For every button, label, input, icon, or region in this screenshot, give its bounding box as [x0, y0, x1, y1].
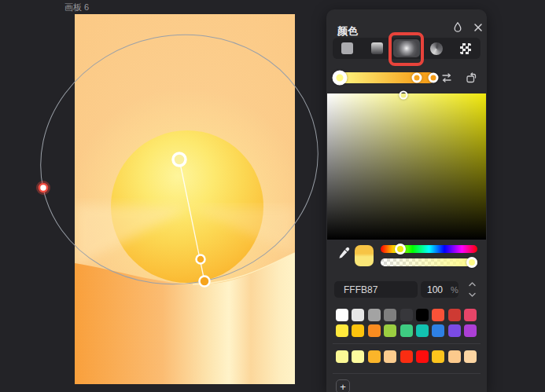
rotate-icon[interactable]	[464, 71, 478, 85]
color-swatch[interactable]	[432, 350, 444, 363]
color-swatch[interactable]	[464, 350, 477, 363]
color-swatch[interactable]	[368, 350, 381, 363]
color-swatch[interactable]	[336, 324, 348, 337]
artboard[interactable]	[75, 14, 295, 384]
default-swatch-row-2	[336, 324, 477, 337]
panel-title: 颜色	[337, 24, 358, 38]
fill-type-linear[interactable]	[363, 38, 392, 59]
opacity-stepper[interactable]	[466, 282, 477, 297]
color-swatch[interactable]	[384, 350, 396, 363]
fill-type-angular[interactable]	[422, 38, 451, 59]
color-swatch[interactable]	[400, 350, 413, 363]
saturation-value-field[interactable]	[327, 93, 486, 240]
blend-droplet-icon[interactable]	[450, 20, 466, 35]
color-swatch[interactable]	[448, 309, 461, 321]
add-swatch-button[interactable]: +	[336, 379, 350, 392]
color-swatch[interactable]	[400, 324, 413, 337]
color-swatch[interactable]	[416, 350, 429, 363]
color-swatch[interactable]	[336, 350, 348, 363]
angular-fill-icon	[430, 42, 443, 55]
opacity-cursor[interactable]	[466, 257, 477, 268]
color-swatch[interactable]	[368, 309, 381, 321]
color-swatch[interactable]	[464, 324, 477, 337]
color-swatch[interactable]	[352, 324, 364, 337]
hue-slider[interactable]	[381, 245, 477, 253]
color-swatch[interactable]	[400, 309, 413, 321]
opacity-input[interactable]	[421, 284, 449, 296]
color-swatch[interactable]	[416, 324, 429, 337]
gradient-stop[interactable]	[429, 73, 439, 83]
canvas-area[interactable]: 画板 6	[0, 0, 545, 392]
color-swatch[interactable]	[416, 309, 429, 321]
hue-cursor[interactable]	[395, 244, 406, 255]
divider	[333, 343, 481, 344]
pattern-fill-icon	[460, 43, 471, 54]
gradient-stop[interactable]	[411, 73, 422, 83]
chevron-down-icon[interactable]	[469, 292, 476, 297]
color-swatch[interactable]	[432, 309, 444, 321]
color-swatch[interactable]	[384, 309, 396, 321]
color-swatch[interactable]	[336, 309, 348, 321]
color-swatch[interactable]	[448, 324, 461, 337]
gradient-stop[interactable]	[333, 71, 348, 86]
color-swatch[interactable]	[448, 350, 461, 363]
current-color-preview[interactable]	[355, 245, 374, 266]
hex-field-wrap	[334, 281, 418, 298]
artboard-label[interactable]: 画板 6	[64, 2, 89, 13]
divider	[333, 373, 481, 374]
opacity-slider[interactable]	[381, 258, 477, 266]
sv-cursor[interactable]	[400, 91, 408, 100]
fill-type-image[interactable]	[451, 38, 481, 59]
opacity-fade	[381, 258, 477, 266]
ground	[75, 14, 295, 384]
gradient-width-handle[interactable]	[38, 182, 49, 193]
close-icon[interactable]	[470, 20, 486, 35]
color-panel: 颜色	[326, 9, 487, 392]
color-swatch[interactable]	[464, 309, 477, 321]
color-swatch[interactable]	[352, 309, 364, 321]
hex-input[interactable]	[334, 281, 418, 298]
default-swatch-row-1	[336, 309, 477, 321]
color-swatch[interactable]	[432, 324, 444, 337]
percent-sign: %	[451, 285, 458, 295]
gradient-width-handle[interactable]	[39, 184, 47, 192]
linear-fill-icon	[371, 42, 383, 54]
document-swatch-row	[336, 350, 477, 363]
color-swatch[interactable]	[352, 350, 364, 363]
color-swatch[interactable]	[368, 324, 381, 337]
swap-gradient-icon[interactable]	[440, 71, 454, 85]
gradient-slider-track[interactable]	[334, 72, 435, 83]
opacity-field-wrap: %	[421, 281, 458, 298]
solid-fill-icon	[341, 42, 353, 54]
color-swatch[interactable]	[384, 324, 396, 337]
annotation-rect	[388, 32, 424, 66]
eyedropper-icon[interactable]	[337, 247, 351, 261]
fill-type-solid[interactable]	[333, 38, 363, 59]
chevron-up-icon[interactable]	[469, 282, 476, 287]
